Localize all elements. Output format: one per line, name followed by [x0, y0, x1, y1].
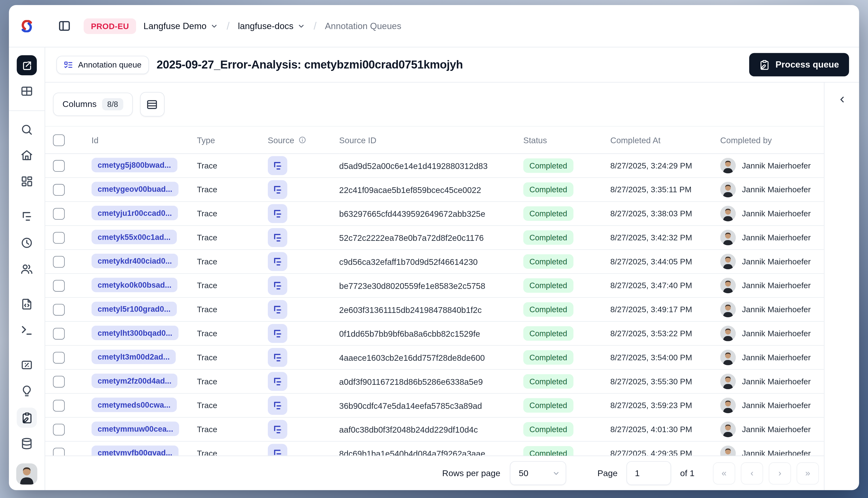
sidebar-item-tables[interactable]: [21, 85, 33, 97]
table-row[interactable]: cmetym2fz00d4ad... Trace a0df3f901167218…: [45, 369, 824, 393]
langfuse-logo[interactable]: [9, 20, 44, 32]
table-row[interactable]: cmetyk55x00c1ad... Trace 52c72c2222ea78e…: [45, 225, 824, 249]
row-checkbox[interactable]: [53, 208, 65, 220]
sidebar-item-annotation-queues-active[interactable]: [17, 408, 37, 428]
row-checkbox[interactable]: [53, 352, 65, 363]
source-trace-button[interactable]: [268, 444, 287, 456]
sidebar-item-prompts[interactable]: [21, 298, 33, 311]
open-external-button[interactable]: [17, 55, 37, 76]
item-id-badge[interactable]: cmetyko0k00bsad...: [91, 277, 178, 292]
item-id-badge[interactable]: cmetyju1r00ccad0...: [91, 206, 178, 220]
table-row[interactable]: cmetyl5r100grad0... Trace 2e603f31361115…: [45, 298, 824, 322]
sidebar-item-users[interactable]: [21, 263, 33, 275]
breadcrumb-org[interactable]: Langfuse Demo: [144, 21, 218, 31]
column-header-source[interactable]: Source: [268, 126, 339, 154]
environment-badge[interactable]: PROD-EU: [84, 18, 136, 34]
sidebar-item-insights[interactable]: [21, 385, 33, 397]
completed-by-avatar: [720, 350, 736, 365]
sidebar-toggle-button[interactable]: [57, 19, 72, 33]
queue-type-badge[interactable]: Annotation queue: [56, 55, 148, 74]
table-row[interactable]: cmetykdr400ciad0... Trace c9d56ca32efaff…: [45, 249, 824, 274]
row-checkbox[interactable]: [53, 280, 65, 291]
item-id-badge[interactable]: cmetyl5r100grad0...: [91, 301, 177, 316]
row-checkbox[interactable]: [53, 376, 65, 388]
item-id-badge[interactable]: cmetygeov00buad...: [91, 182, 178, 196]
table-row[interactable]: cmetymmuw00cea... Trace aaf0c38db0f3f204…: [45, 418, 824, 442]
item-type: Trace: [197, 425, 217, 434]
item-id-badge[interactable]: cmetylt3m00d2ad...: [91, 350, 176, 364]
item-id-badge[interactable]: cmetyg5j800bwad...: [91, 157, 177, 172]
info-icon[interactable]: [298, 136, 306, 144]
rows-per-page-select[interactable]: 50: [510, 461, 566, 485]
source-trace-button[interactable]: [268, 396, 287, 415]
column-header-id[interactable]: Id: [91, 126, 197, 154]
table-row[interactable]: cmetygeov00buad... Trace 22c41f09acae5b1…: [45, 178, 824, 202]
select-all-checkbox[interactable]: [53, 134, 65, 146]
item-id-badge[interactable]: cmetylht300bqad0...: [91, 325, 178, 340]
source-trace-button[interactable]: [268, 300, 287, 319]
sidebar-item-home[interactable]: [21, 149, 33, 161]
column-header-source-id[interactable]: Source ID: [339, 126, 523, 154]
row-checkbox[interactable]: [53, 328, 65, 339]
table-row[interactable]: cmetymeds00cwa... Trace 36b90cdfc47e5da1…: [45, 393, 824, 418]
source-trace-button[interactable]: [268, 204, 287, 223]
breadcrumb-separator: /: [226, 20, 229, 32]
completed-by-avatar: [720, 374, 736, 389]
row-checkbox[interactable]: [53, 256, 65, 267]
item-id-badge[interactable]: cmetyk55x00c1ad...: [91, 230, 177, 244]
previous-page-button[interactable]: ‹: [741, 462, 763, 484]
row-checkbox[interactable]: [53, 304, 65, 315]
row-checkbox[interactable]: [53, 184, 65, 195]
item-id-badge[interactable]: cmetym2fz00d4ad...: [91, 373, 178, 388]
row-height-button[interactable]: [140, 92, 164, 117]
collapse-panel-button[interactable]: [833, 91, 850, 108]
completed-by-name: Jannik Maierhoefer: [742, 233, 811, 242]
sidebar-item-search[interactable]: [21, 123, 33, 136]
process-queue-button[interactable]: Process queue: [749, 53, 849, 76]
row-checkbox[interactable]: [53, 232, 65, 244]
item-id-badge[interactable]: cmetymmuw00cea...: [91, 421, 179, 436]
chevron-down-icon: [210, 22, 218, 30]
source-trace-button[interactable]: [268, 180, 287, 199]
next-page-button[interactable]: ›: [769, 462, 791, 484]
source-id: a0df3f901167218d86b5286e6338a5e9: [339, 377, 483, 386]
sidebar-item-tracing[interactable]: [21, 210, 33, 223]
column-header-status[interactable]: Status: [523, 126, 610, 154]
table-row[interactable]: cmetylht300bqad0... Trace 0f1dd65b7bb9bf…: [45, 322, 824, 345]
user-avatar[interactable]: [16, 463, 37, 485]
column-header-completed-at[interactable]: Completed At: [610, 126, 720, 154]
source-trace-button[interactable]: [268, 156, 287, 175]
row-checkbox[interactable]: [53, 160, 65, 172]
sidebar-item-evaluators[interactable]: [21, 358, 33, 371]
sidebar-item-playground[interactable]: [21, 324, 33, 337]
item-id-badge[interactable]: cmetymyfb00gvad...: [91, 445, 178, 456]
item-id-badge[interactable]: cmetymeds00cwa...: [91, 397, 177, 412]
source-trace-button[interactable]: [268, 252, 287, 271]
page-number-input[interactable]: [626, 461, 671, 485]
row-checkbox[interactable]: [53, 399, 65, 411]
table-row[interactable]: cmetylt3m00d2ad... Trace 4aaece1603cb2e1…: [45, 345, 824, 369]
source-trace-button[interactable]: [268, 276, 287, 295]
last-page-button[interactable]: »: [796, 462, 819, 484]
row-checkbox[interactable]: [53, 423, 65, 435]
source-trace-button[interactable]: [268, 348, 287, 367]
row-checkbox[interactable]: [53, 447, 65, 456]
column-header-type[interactable]: Type: [197, 126, 268, 154]
source-trace-button[interactable]: [268, 372, 287, 391]
item-id-badge[interactable]: cmetykdr400ciad0...: [91, 253, 178, 268]
sidebar-item-datasets[interactable]: [21, 437, 33, 450]
sidebar-item-sessions[interactable]: [21, 236, 33, 249]
table-row[interactable]: cmetyg5j800bwad... Trace d5ad9d52a00c6e1…: [45, 154, 824, 178]
first-page-button[interactable]: «: [713, 462, 735, 484]
table-row[interactable]: cmetyko0k00bsad... Trace be7723e30d80205…: [45, 274, 824, 298]
status-badge: Completed: [523, 350, 573, 365]
source-trace-button[interactable]: [268, 420, 287, 439]
source-trace-button[interactable]: [268, 324, 287, 343]
table-row[interactable]: cmetymyfb00gvad... Trace 8dc69b1ba1e540b…: [45, 441, 824, 456]
sidebar-item-dashboards[interactable]: [21, 175, 33, 188]
table-row[interactable]: cmetyju1r00ccad0... Trace b63297665cfd44…: [45, 202, 824, 226]
breadcrumb-project[interactable]: langfuse-docs: [238, 21, 306, 31]
source-trace-button[interactable]: [268, 228, 287, 247]
columns-button[interactable]: Columns 8/8: [53, 93, 132, 116]
column-header-completed-by[interactable]: Completed by: [720, 126, 824, 154]
